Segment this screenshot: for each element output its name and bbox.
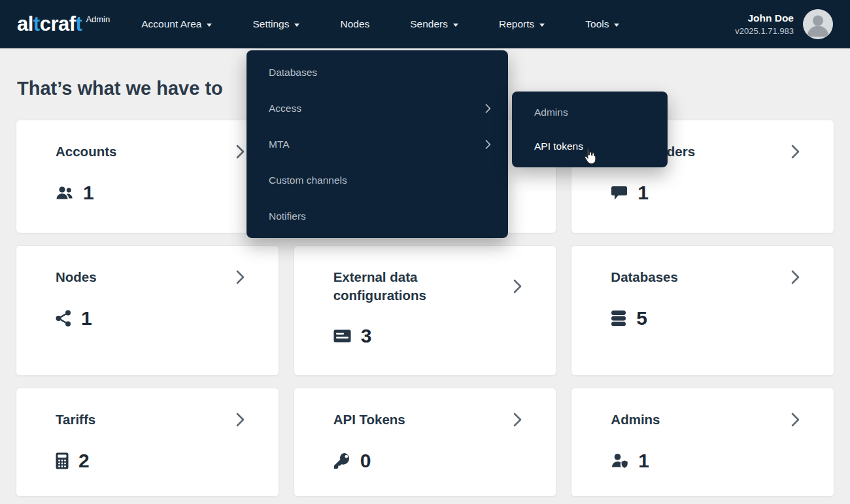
page-title: That’s what we have to: [17, 78, 223, 99]
card-count: 1: [638, 450, 649, 472]
card-title: Nodes: [56, 268, 236, 286]
chat-bubble-icon: [611, 185, 628, 201]
card-nodes[interactable]: Nodes 1: [16, 245, 279, 376]
user-meta: John Doe v2025.1.71.983: [735, 12, 794, 36]
menu-item-custom-channels[interactable]: Custom channels: [246, 162, 508, 198]
admin-user-icon: [611, 453, 628, 469]
chevron-right-icon: [485, 103, 491, 113]
nav-item-tools[interactable]: Tools: [581, 12, 623, 37]
nav-item-reports[interactable]: Reports: [495, 12, 549, 37]
card-count: 1: [81, 307, 92, 329]
card-databases[interactable]: Databases 5: [571, 245, 834, 376]
card-external-data-configurations[interactable]: External data configurations 3: [294, 245, 557, 376]
user-silhouette-icon: [803, 9, 833, 39]
card-title: Databases: [611, 268, 791, 286]
user-block[interactable]: John Doe v2025.1.71.983: [735, 9, 833, 39]
card-title: API Tokens: [333, 411, 514, 429]
card-tariffs[interactable]: Tariffs 2: [16, 388, 279, 497]
menu-item-label: Databases: [269, 67, 317, 78]
menu-item-label: MTA: [269, 139, 290, 150]
logo-admin-badge: Admin: [86, 14, 110, 24]
chevron-right-icon[interactable]: [236, 412, 245, 427]
user-name: John Doe: [735, 12, 794, 24]
nav-item-account-area[interactable]: Account Area: [137, 12, 216, 37]
cursor-hand-icon: [584, 148, 596, 167]
menu-item-label: Access: [269, 103, 301, 114]
nav-item-nodes[interactable]: Nodes: [336, 12, 373, 37]
menu-item-label: Custom channels: [269, 175, 347, 186]
calculator-icon: [56, 452, 69, 469]
card-count: 0: [360, 450, 371, 472]
app-root: altcraft Admin Account Area Settings Nod…: [0, 0, 850, 504]
top-navbar: altcraft Admin Account Area Settings Nod…: [0, 0, 850, 48]
card-count: 1: [638, 182, 649, 204]
menu-item-label: API tokens: [534, 141, 583, 152]
card-title: Accounts: [56, 143, 236, 161]
card-count: 2: [78, 450, 90, 472]
avatar[interactable]: [803, 9, 833, 39]
card-admins[interactable]: Admins 1: [571, 388, 834, 497]
logo[interactable]: altcraft Admin: [17, 13, 110, 35]
chevron-right-icon: [485, 139, 491, 149]
card-title: External data configurations: [333, 268, 514, 304]
logo-text: altcraft: [17, 13, 82, 35]
menu-item-access[interactable]: Access: [246, 90, 508, 126]
database-icon: [611, 310, 626, 327]
chevron-down-icon: [453, 24, 458, 27]
card-accounts[interactable]: Accounts 1: [16, 120, 279, 233]
menu-item-label: Admins: [534, 107, 568, 118]
chevron-right-icon[interactable]: [236, 270, 245, 284]
settings-dropdown-menu: Databases Access MTA Custom channels Not…: [246, 50, 508, 238]
nav-item-senders[interactable]: Senders: [406, 12, 462, 37]
nav-item-label: Tools: [585, 18, 609, 30]
main-nav: Account Area Settings Nodes Senders Repo…: [137, 12, 623, 37]
card-title: Tariffs: [56, 411, 236, 429]
chevron-right-icon[interactable]: [791, 412, 800, 427]
card-count: 5: [636, 307, 647, 329]
nav-item-label: Nodes: [340, 18, 369, 30]
share-icon: [56, 310, 71, 327]
nav-item-label: Reports: [499, 18, 534, 30]
menu-item-databases[interactable]: Databases: [246, 54, 508, 90]
nav-item-label: Senders: [410, 18, 448, 30]
chevron-right-icon[interactable]: [791, 270, 800, 284]
users-icon: [56, 185, 73, 201]
chevron-right-icon[interactable]: [513, 279, 522, 294]
card-count: 3: [361, 325, 372, 347]
chevron-down-icon: [539, 24, 545, 27]
chevron-down-icon: [207, 24, 212, 27]
key-icon: [333, 452, 350, 469]
nav-item-settings[interactable]: Settings: [248, 12, 303, 37]
card-title: Admins: [611, 411, 791, 429]
card-api-tokens[interactable]: API Tokens 0: [294, 388, 557, 497]
menu-item-admins[interactable]: Admins: [512, 95, 668, 129]
data-card-icon: [333, 329, 351, 343]
menu-item-notifiers[interactable]: Notifiers: [246, 198, 508, 234]
app-version: v2025.1.71.983: [735, 26, 794, 36]
chevron-right-icon[interactable]: [791, 144, 800, 159]
chevron-down-icon: [614, 24, 619, 27]
chevron-right-icon[interactable]: [236, 144, 245, 159]
menu-item-label: Notifiers: [269, 210, 306, 222]
nav-item-label: Settings: [252, 18, 289, 30]
chevron-right-icon[interactable]: [513, 412, 522, 427]
nav-item-label: Account Area: [141, 18, 201, 30]
card-count: 1: [83, 182, 94, 204]
menu-item-mta[interactable]: MTA: [246, 126, 508, 162]
chevron-down-icon: [294, 24, 299, 27]
